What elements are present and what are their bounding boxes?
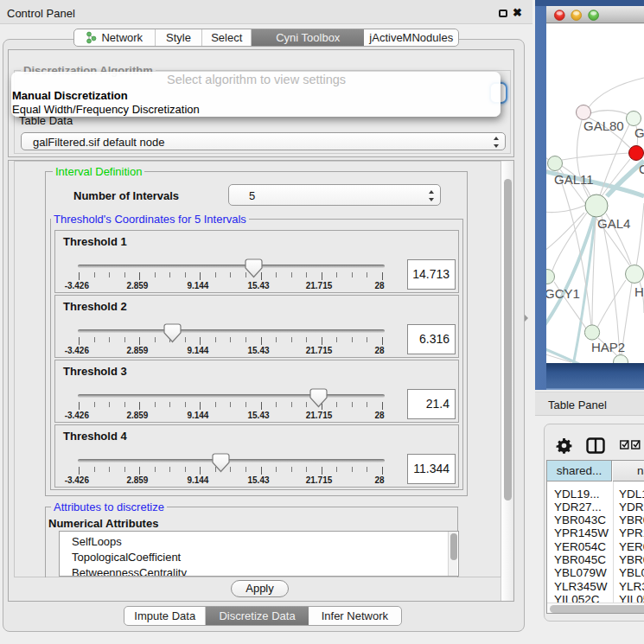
svg-text:C: C — [639, 162, 644, 176]
svg-text:HAP2: HAP2 — [591, 340, 625, 354]
svg-text:GAL4: GAL4 — [597, 216, 630, 231]
svg-text:GCY1: GCY1 — [545, 286, 580, 301]
svg-text:GAL80: GAL80 — [583, 118, 624, 133]
svg-text:H: H — [634, 284, 644, 299]
svg-text:GAL11: GAL11 — [554, 172, 594, 187]
svg-text:GA: GA — [634, 125, 644, 140]
